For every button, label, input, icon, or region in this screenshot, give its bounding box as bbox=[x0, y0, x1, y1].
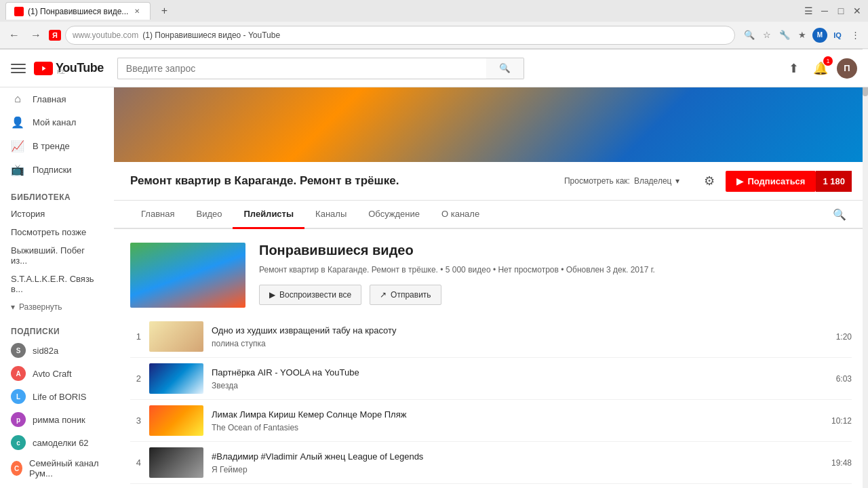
subscriptions-icon: 📺 bbox=[11, 163, 24, 176]
browser-titlebar: (1) Понравившиеся виде... ✕ + ☰ ─ □ ✕ bbox=[0, 0, 868, 22]
extension-icon[interactable]: 🔧 bbox=[777, 28, 792, 43]
search-input[interactable] bbox=[117, 58, 486, 79]
sidebar-item-history[interactable]: История bbox=[0, 205, 114, 223]
tab-channels[interactable]: Каналы bbox=[304, 201, 357, 229]
search-icon[interactable]: 🔍 bbox=[742, 28, 757, 43]
subscriber-count: 1 180 bbox=[816, 171, 852, 192]
video-duration-1: 1:20 bbox=[836, 332, 852, 342]
notifications-icon[interactable]: 🔔 1 bbox=[810, 58, 831, 79]
tab-about[interactable]: О канале bbox=[431, 201, 490, 229]
star-icon[interactable]: ★ bbox=[795, 28, 810, 43]
tab-video[interactable]: Видео bbox=[185, 201, 233, 229]
video-details-4: #Владимир #Vladimir Алый жнец League of … bbox=[212, 451, 823, 474]
chevron-down-icon: ▾ bbox=[11, 302, 15, 312]
tab-home[interactable]: Главная bbox=[130, 201, 185, 229]
channel-settings-button[interactable]: ⚙ bbox=[698, 170, 720, 192]
sidebar-item-zhivet[interactable]: Ж Живет мужик в дере... bbox=[0, 483, 114, 488]
video-number-1: 1 bbox=[130, 331, 141, 342]
sidebar-item-rimma[interactable]: р римма поник bbox=[0, 408, 114, 431]
youtube-logo[interactable]: YouTube KZ bbox=[34, 61, 104, 75]
tab-discussion[interactable]: Обсуждение bbox=[357, 201, 431, 229]
avto-craft-label: Avto Craft bbox=[33, 369, 72, 379]
maximize-btn[interactable]: □ bbox=[835, 5, 846, 16]
upload-icon[interactable]: ⬆ bbox=[783, 58, 804, 79]
browser-chrome: (1) Понравившиеся виде... ✕ + ☰ ─ □ ✕ ← … bbox=[0, 0, 868, 49]
yandex-logo[interactable]: Я bbox=[49, 30, 61, 41]
forward-button[interactable]: → bbox=[27, 26, 45, 44]
hamburger-menu[interactable] bbox=[11, 64, 26, 73]
video-item-3[interactable]: 3 Лимак Лимра Кириш Кемер Солнце Море Пл… bbox=[130, 400, 852, 442]
search-magnify-icon: 🔍 bbox=[499, 63, 511, 73]
semeiniy-label: Семейный канал Рум... bbox=[29, 458, 103, 479]
menu-icon[interactable]: ☰ bbox=[803, 5, 814, 16]
video-thumbnail-4 bbox=[149, 447, 203, 478]
view-as-value: Владелец bbox=[634, 176, 672, 186]
tab-title: (1) Понравившиеся виде... bbox=[28, 7, 128, 16]
settings-toolbar-icon[interactable]: ⋮ bbox=[848, 28, 863, 43]
browser-user-avatar[interactable]: М bbox=[812, 28, 827, 43]
video-item-5[interactable]: 5 ЛЕГО СИТИ ИГРА КАК МУЛЬТИК Lego City М… bbox=[130, 484, 852, 488]
sidebar-item-avto-craft[interactable]: A Avto Craft bbox=[0, 362, 114, 385]
rimma-label: римма поник bbox=[33, 415, 85, 425]
video-title-2: Партнёрка AIR - YOOLA на YouTube bbox=[212, 367, 828, 379]
minimize-btn[interactable]: ─ bbox=[819, 5, 830, 16]
youtube-logo-kz: KZ bbox=[57, 68, 104, 75]
subscribe-button[interactable]: ▶ Подписаться bbox=[726, 171, 816, 192]
video-duration-2: 6:03 bbox=[836, 374, 852, 384]
new-tab-button[interactable]: + bbox=[156, 3, 172, 19]
subscribe-container: ▶ Подписаться 1 180 bbox=[726, 171, 852, 192]
sidebar-item-watch-later[interactable]: Посмотреть позже bbox=[0, 223, 114, 241]
youtube-logo-icon bbox=[34, 62, 53, 75]
video-channel-3: The Ocean of Fantasies bbox=[212, 423, 823, 432]
sidebar-item-samodelki[interactable]: с самоделки 62 bbox=[0, 431, 114, 454]
window-controls: ☰ ─ □ ✕ bbox=[803, 5, 863, 16]
sidebar-item-life-of-boris[interactable]: L Life of BORIS bbox=[0, 385, 114, 408]
sidebar-item-survivor[interactable]: Выживший. Побег из... bbox=[0, 241, 114, 270]
sidebar-item-my-channel[interactable]: 👤 Мой канал bbox=[0, 110, 114, 134]
chevron-down-icon: ▾ bbox=[675, 176, 679, 186]
iq-icon[interactable]: IQ bbox=[830, 28, 845, 43]
samodelki-label: самоделки 62 bbox=[33, 438, 89, 448]
channel-info: Ремонт квартир в Караганде. Ремонт в трё… bbox=[114, 162, 868, 201]
sidebar-item-stalker[interactable]: S.T.A.L.K.E.R. Связь в... bbox=[0, 270, 114, 298]
sidebar-item-sid82a[interactable]: S sid82a bbox=[0, 339, 114, 362]
sidebar-item-semeiniy[interactable]: С Семейный канал Рум... bbox=[0, 454, 114, 483]
play-all-button[interactable]: ▶ Воспроизвести все bbox=[259, 285, 361, 305]
close-btn[interactable]: ✕ bbox=[852, 5, 863, 16]
video-list: 1 Одно из худших извращений табу на крас… bbox=[114, 316, 868, 488]
tab-close-btn[interactable]: ✕ bbox=[132, 7, 142, 16]
video-duration-3: 10:12 bbox=[831, 416, 852, 426]
survivor-label: Выживший. Побег из... bbox=[11, 245, 103, 266]
trending-icon: 📈 bbox=[11, 140, 24, 152]
bookmark-icon[interactable]: ☆ bbox=[760, 28, 774, 43]
video-item-1[interactable]: 1 Одно из худших извращений табу на крас… bbox=[130, 316, 852, 358]
video-item-4[interactable]: 4 #Владимир #Vladimir Алый жнец League o… bbox=[130, 442, 852, 484]
address-bar[interactable]: www.youtube.com (1) Понравившиеся видео … bbox=[65, 26, 735, 45]
view-as-dropdown[interactable]: Просмотреть как: Владелец ▾ bbox=[564, 176, 679, 186]
sidebar-home-label: Главная bbox=[33, 94, 66, 104]
avto-craft-avatar: A bbox=[11, 366, 26, 381]
playlist-info: Понравившиеся видео Ремонт квартир в Кар… bbox=[259, 243, 852, 305]
header-right: ⬆ 🔔 1 П bbox=[783, 58, 857, 79]
sidebar-trending-label: В тренде bbox=[33, 141, 70, 151]
browser-tab[interactable]: (1) Понравившиеся виде... ✕ bbox=[5, 2, 151, 20]
user-avatar[interactable]: П bbox=[837, 58, 857, 79]
tab-playlists[interactable]: Плейлисты bbox=[233, 201, 304, 229]
video-number-2: 2 bbox=[130, 373, 141, 384]
share-label: Отправить bbox=[391, 290, 431, 300]
scrollbar-track[interactable] bbox=[863, 87, 868, 488]
channel-search-icon[interactable]: 🔍 bbox=[827, 203, 852, 226]
sidebar-my-channel-label: Мой канал bbox=[33, 117, 76, 127]
search-button[interactable]: 🔍 bbox=[486, 58, 524, 79]
tab-favicon bbox=[14, 7, 24, 16]
subscriptions-section-header: ПОДПИСКИ bbox=[0, 321, 114, 339]
video-item-2[interactable]: 2 Партнёрка AIR - YOOLA на YouTube Звезд… bbox=[130, 358, 852, 400]
channel-title: Ремонт квартир в Караганде. Ремонт в трё… bbox=[130, 174, 553, 188]
expand-button[interactable]: ▾ Развернуть bbox=[0, 298, 114, 316]
sidebar-item-home[interactable]: ⌂ Главная bbox=[0, 87, 114, 110]
back-button[interactable]: ← bbox=[5, 26, 23, 44]
sidebar-item-subscriptions[interactable]: 📺 Подписки bbox=[0, 158, 114, 182]
share-button[interactable]: ↗ Отправить bbox=[370, 285, 441, 305]
scrollbar-thumb[interactable] bbox=[863, 87, 868, 96]
sidebar-item-trending[interactable]: 📈 В тренде bbox=[0, 134, 114, 158]
